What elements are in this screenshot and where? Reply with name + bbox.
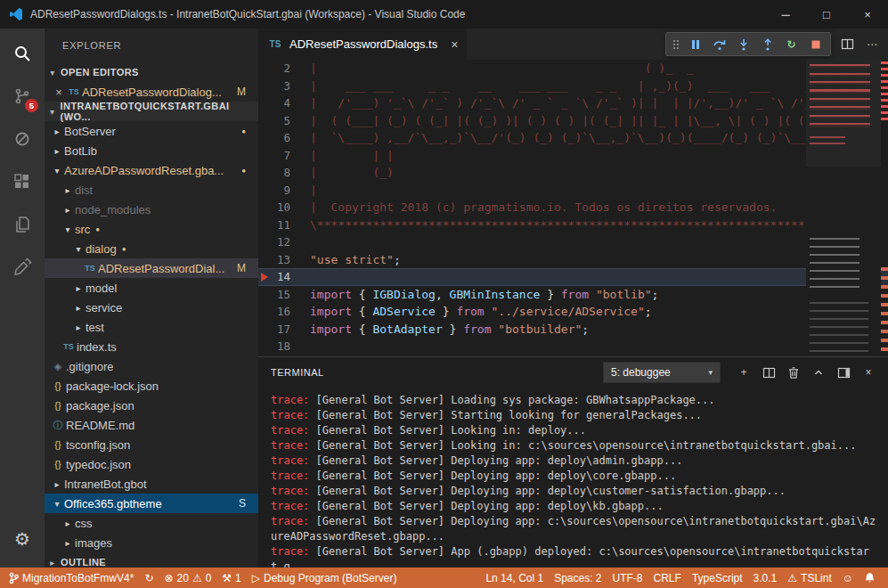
status-eol[interactable]: CRLF (648, 568, 687, 588)
status-ts-version-label: 3.0.1 (754, 572, 778, 584)
code-line: 12 (258, 233, 888, 251)
activity-item-debug[interactable] (0, 118, 45, 160)
code-text: \***************************************… (310, 216, 860, 234)
tree-item[interactable]: ▸BotLib (45, 141, 258, 160)
warning-icon: ⚠ (787, 572, 797, 584)
files-icon (12, 215, 32, 234)
status-problems[interactable]: ⊗20⚠0 (159, 568, 216, 588)
tree-item-label: typedoc.json (66, 458, 131, 471)
tree-item[interactable]: TSADResetPasswordDial...M (45, 258, 258, 278)
close-tab-icon[interactable]: × (451, 37, 458, 52)
error-mark (881, 99, 888, 102)
step-into-button[interactable] (731, 33, 755, 55)
tree-item-label: ADResetPasswordDial... (98, 262, 224, 275)
stop-button[interactable] (803, 33, 827, 55)
minimap-art-block (810, 136, 845, 149)
minimap[interactable] (806, 60, 881, 356)
step-out-button[interactable] (755, 33, 779, 55)
close-window-button[interactable]: × (847, 0, 888, 29)
pause-button[interactable] (683, 33, 707, 55)
restart-button[interactable]: ↻ (779, 33, 803, 55)
step-over-button[interactable] (707, 33, 731, 55)
move-panel-button[interactable] (831, 361, 856, 384)
pause-icon (689, 38, 702, 51)
error-mark (881, 105, 888, 108)
status-notifications[interactable] (859, 568, 881, 588)
open-editor-item[interactable]: ×TSADResetPasswordDialog...M (45, 82, 258, 102)
stop-icon (810, 38, 822, 51)
tree-item[interactable]: TSindex.ts (45, 337, 258, 356)
outline-header[interactable]: ▸ OUTLINE (45, 552, 258, 568)
activity-item-settings[interactable]: ⚙ (0, 518, 45, 560)
open-editors-header[interactable]: ▾ OPEN EDITORS (45, 62, 258, 82)
editor-tab[interactable]: TS ADResetPasswordDialogs.ts × (258, 29, 467, 60)
more-actions-button[interactable]: ⋯ (859, 33, 884, 55)
tree-item[interactable]: ▸css (45, 513, 258, 533)
status-tslint[interactable]: ⚠TSLint (782, 568, 836, 588)
tree-item[interactable]: {}package.json (45, 396, 258, 415)
activity-item-extensions[interactable] (0, 160, 45, 203)
activity-item-edit[interactable] (0, 246, 45, 289)
tree-item[interactable]: ▸IntranetBot.gbot (45, 474, 258, 494)
tree-item[interactable]: ▸test (45, 317, 258, 337)
status-cursor-position[interactable]: Ln 14, Col 1 (480, 568, 549, 588)
chevron-right-icon: ▸ (50, 479, 64, 489)
window-title: ADResetPasswordDialogs.ts - IntranetBotQ… (30, 8, 465, 20)
close-editor-icon[interactable]: × (52, 86, 66, 99)
workspace-header[interactable]: ▾ INTRANETBOTQUICKSTART.GBAI (WO... (45, 102, 258, 121)
tree-item[interactable]: ▸dist (45, 180, 258, 200)
split-terminal-button[interactable] (756, 361, 781, 384)
status-debug-status-label: Debug Program (BotServer) (264, 572, 396, 584)
terminal-selector[interactable]: 5: debuggee ▾ (603, 362, 721, 383)
tree-item[interactable]: ▾dialog● (45, 239, 258, 258)
tree-item[interactable]: ▾AzureADPasswordReset.gba...● (45, 160, 258, 180)
tree-item[interactable]: {}tsconfig.json (45, 435, 258, 454)
minimize-window-button[interactable]: ─ (765, 0, 806, 29)
status-git-branch-label: MigrationToBotFmwV4* (22, 572, 134, 584)
tree-item[interactable]: ▸node_modules (45, 200, 258, 219)
close-panel-button[interactable]: × (856, 361, 881, 384)
tree-item[interactable]: ▸service (45, 298, 258, 317)
status-language-mode[interactable]: TypeScript (687, 568, 748, 588)
maximize-panel-button[interactable] (806, 361, 831, 384)
tree-item-label: service (86, 301, 122, 314)
activity-item-source-control[interactable]: 5 (0, 75, 45, 118)
tree-item[interactable]: ▸model (45, 278, 258, 298)
drag-grip-button[interactable] (669, 33, 683, 55)
status-sync[interactable]: ↻ (139, 568, 159, 588)
error-mark (881, 68, 888, 70)
status-feedback[interactable]: ☺ (837, 568, 859, 588)
tree-item[interactable]: ⓘREADME.md (45, 415, 258, 435)
code-line: 9| | (258, 182, 888, 200)
tree-item-label: dist (75, 184, 93, 197)
maximize-window-button[interactable]: □ (806, 0, 847, 29)
terminal-line: trace: [General Bot Server] Looking in: … (271, 423, 879, 438)
tree-item[interactable]: ▾src● (45, 219, 258, 239)
activity-item-search[interactable] (0, 32, 45, 75)
ts-file-icon: TS (66, 87, 82, 96)
trace-prefix: trace: (271, 454, 309, 467)
terminal-output[interactable]: trace: [General Bot Server] Loading sys … (258, 388, 888, 568)
tree-item[interactable]: ▾Office365.gbthemeS (45, 494, 258, 513)
tree-item[interactable]: ▸images (45, 533, 258, 552)
activity-item-files[interactable] (0, 203, 45, 246)
status-indentation[interactable]: Spaces: 2 (549, 568, 607, 588)
status-build-tasks[interactable]: ⚒1 (216, 568, 246, 588)
tree-item[interactable]: {}typedoc.json (45, 454, 258, 474)
status-git-branch[interactable]: MigrationToBotFmwV4* (4, 568, 139, 588)
new-terminal-button[interactable]: + (731, 361, 756, 384)
kill-terminal-button[interactable] (781, 361, 806, 384)
split-editor-button[interactable] (835, 33, 859, 55)
tree-item[interactable]: {}package-lock.json (45, 376, 258, 396)
status-encoding[interactable]: UTF-8 (607, 568, 648, 588)
status-debug-status[interactable]: ▷Debug Program (BotServer) (247, 568, 403, 588)
terminal-tab[interactable]: TERMINAL (271, 367, 324, 378)
debug-breakpoint-icon[interactable] (261, 273, 268, 282)
tree-item[interactable]: ◈.gitignore (45, 356, 258, 376)
terminal-panel: TERMINAL 5: debuggee ▾ +× trace: [Genera… (258, 356, 888, 568)
tree-item[interactable]: ▸BotServer● (45, 121, 258, 141)
modified-dot-icon: ● (241, 127, 246, 135)
status-ts-version[interactable]: 3.0.1 (748, 568, 783, 588)
outline-label: OUTLINE (61, 557, 106, 568)
code-editor[interactable]: 2| ( )_ _ |3| ___ ___ _ _ __ ___ ___ _ _… (258, 60, 888, 356)
